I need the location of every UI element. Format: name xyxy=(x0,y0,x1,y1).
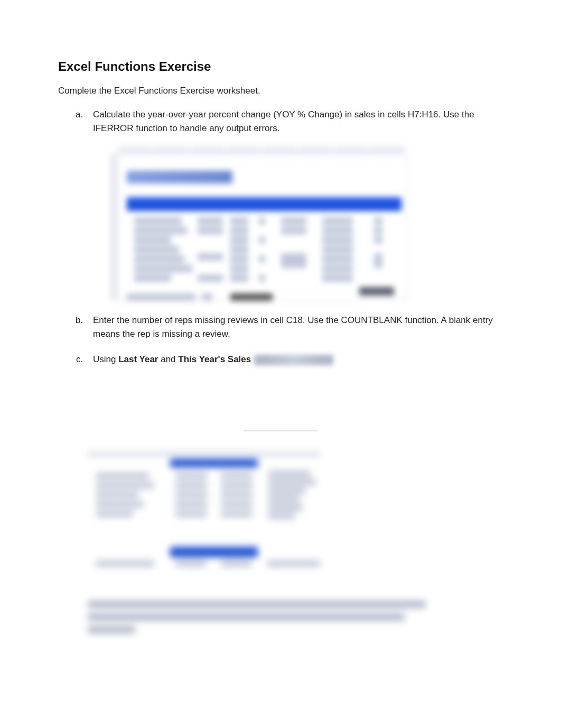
list-item-b: Enter the number of reps missing reviews… xyxy=(86,314,503,342)
sheet-title-bar xyxy=(127,171,232,183)
screenshot-spreadsheet-2 xyxy=(88,447,320,574)
intro-text: Complete the Excel Functions Exercise wo… xyxy=(58,86,503,96)
item-b-text: Enter the number of reps missing reviews… xyxy=(93,315,493,339)
table-header-band xyxy=(127,197,401,211)
figure-1 xyxy=(111,146,503,300)
screenshot-spreadsheet-1 xyxy=(111,146,407,300)
figure-2 xyxy=(88,447,503,574)
divider xyxy=(244,430,317,431)
list-item-c: Using Last Year and This Year's Sales xyxy=(86,353,503,366)
item-c-bold-2: This Year's Sales xyxy=(178,354,251,364)
item-c-prefix: Using xyxy=(93,354,118,364)
blurred-paragraph xyxy=(88,601,431,633)
col-headers xyxy=(111,146,407,154)
list-item-a: Calculate the year-over-year percent cha… xyxy=(86,108,503,300)
sheet-body xyxy=(111,155,407,300)
document-page: Excel Functions Exercise Complete the Ex… xyxy=(0,0,561,728)
item-c-mid: and xyxy=(158,354,178,364)
item-a-text: Calculate the year-over-year percent cha… xyxy=(93,109,474,133)
instruction-list: Calculate the year-over-year percent cha… xyxy=(58,108,503,367)
item-c-bold-1: Last Year xyxy=(118,354,158,364)
item-c-blurred-suffix xyxy=(254,355,333,365)
page-title: Excel Functions Exercise xyxy=(58,59,503,74)
row-numbers xyxy=(111,155,118,300)
